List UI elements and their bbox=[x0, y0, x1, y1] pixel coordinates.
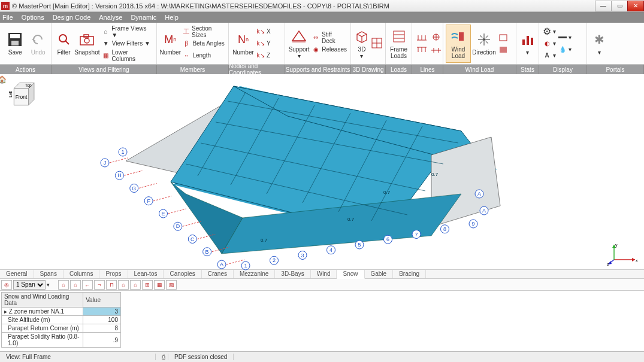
tab-cranes[interactable]: Cranes bbox=[202, 270, 234, 278]
tab-canopies[interactable]: Canopies bbox=[164, 270, 201, 278]
minimize-button[interactable]: — bbox=[595, 1, 612, 11]
lines-btn4[interactable] bbox=[430, 45, 442, 56]
window-title: © MasterPort [Main Editor] : Version 201… bbox=[12, 2, 595, 10]
lines-btn1[interactable] bbox=[416, 32, 428, 42]
tb2[interactable]: ⌂ bbox=[70, 280, 81, 290]
svg-text:8: 8 bbox=[443, 226, 446, 232]
tb4[interactable]: ¬ bbox=[94, 280, 105, 290]
tb5[interactable]: ⊓ bbox=[106, 280, 117, 290]
stats-button[interactable]: ▾ bbox=[519, 25, 536, 63]
node-number-button[interactable]: Nn Number bbox=[231, 25, 255, 63]
text-button[interactable]: A▾ bbox=[543, 50, 556, 61]
coord-x-button[interactable]: k↘X bbox=[256, 26, 271, 37]
snowflake-icon: ✱ bbox=[591, 31, 607, 48]
tab-bracing[interactable]: Bracing bbox=[393, 270, 426, 278]
menu-file[interactable]: File bbox=[2, 14, 13, 21]
settings-button[interactable]: ⚙▾ bbox=[543, 26, 556, 37]
beta-icon: β bbox=[182, 39, 191, 48]
beta-angles-button[interactable]: βBeta Angles bbox=[182, 38, 225, 49]
3d-button[interactable]: 3D▾ bbox=[353, 25, 370, 63]
lines-btn3[interactable] bbox=[430, 32, 442, 42]
filter-button[interactable]: Filter bbox=[54, 25, 74, 63]
m-icon: Mn bbox=[162, 31, 179, 48]
tb10[interactable]: ▧ bbox=[166, 280, 177, 290]
section-sizes-button[interactable]: 工Section Sizes bbox=[182, 26, 225, 37]
tab-props[interactable]: Props bbox=[99, 270, 128, 278]
status-bar: View: Full Frame ⎙ PDF session closed bbox=[0, 351, 644, 362]
viewport-3d[interactable]: 🏠 Front Left Top bbox=[0, 74, 644, 269]
support-button[interactable]: Support ▾ bbox=[288, 25, 310, 63]
funnel-icon: ▼ bbox=[102, 39, 110, 48]
svg-text:G: G bbox=[132, 185, 136, 191]
tb8[interactable]: ⊞ bbox=[142, 280, 153, 290]
wind-load-button[interactable]: Wind Load bbox=[446, 25, 471, 63]
direction-button[interactable]: Direction bbox=[471, 25, 497, 63]
tab-snow[interactable]: Snow bbox=[337, 270, 364, 279]
save-icon bbox=[7, 31, 23, 48]
tab-leantos[interactable]: Lean-tos bbox=[128, 270, 164, 278]
maximize-button[interactable]: ▭ bbox=[611, 1, 628, 11]
lines-btn2[interactable] bbox=[416, 45, 428, 56]
coord-y-button[interactable]: k↘Y bbox=[256, 38, 271, 49]
svg-text:0.7: 0.7 bbox=[261, 238, 268, 243]
close-button[interactable]: ✕ bbox=[627, 1, 644, 11]
menu-analyse[interactable]: Analyse bbox=[99, 14, 122, 21]
length-icon: ↔ bbox=[182, 51, 191, 60]
tb6[interactable]: ⌂ bbox=[118, 280, 129, 290]
stiff-deck-button[interactable]: ⇔Stiff Deck bbox=[312, 32, 347, 43]
color-button[interactable]: 💧▾ bbox=[558, 44, 572, 55]
svg-rect-37 bbox=[531, 38, 533, 45]
tb7[interactable]: ⌂ bbox=[130, 280, 141, 290]
portals-button[interactable]: ✱ ▾ bbox=[589, 25, 609, 63]
frame-loads-button[interactable]: Frame Loads bbox=[388, 25, 409, 63]
prop-header-value: Value bbox=[83, 293, 121, 308]
theme-button[interactable]: ◐▾ bbox=[543, 38, 556, 49]
wind-btn2[interactable] bbox=[498, 44, 508, 55]
ribbon-group-3d: 3D▾ bbox=[351, 23, 386, 64]
line-style-button[interactable]: ▾ bbox=[558, 32, 572, 43]
release-icon: ◉ bbox=[312, 45, 320, 54]
menu-options[interactable]: Options bbox=[22, 14, 44, 21]
frame-views-button[interactable]: ⌂Frame Views ▼ bbox=[102, 26, 153, 37]
releases-button[interactable]: ◉Releases bbox=[312, 44, 347, 55]
columns-icon: ▦ bbox=[102, 51, 110, 60]
tab-columns[interactable]: Columns bbox=[64, 270, 99, 278]
member-number-button[interactable]: Mn Number bbox=[159, 25, 181, 63]
tab-spans[interactable]: Spans bbox=[34, 270, 64, 278]
menu-help[interactable]: Help bbox=[165, 14, 179, 21]
tb1[interactable]: ⌂ bbox=[58, 280, 69, 290]
status-pdf: PDF session closed bbox=[168, 354, 234, 360]
view-filters-button[interactable]: ▼View Filters ▼ bbox=[102, 38, 153, 49]
prop-row-parapet-corner[interactable]: Parapet Return Corner (m)8 bbox=[2, 324, 121, 333]
save-button[interactable]: Save bbox=[2, 25, 28, 63]
lower-columns-button[interactable]: ▦Lower Columns bbox=[102, 50, 153, 61]
tb3[interactable]: ⌐ bbox=[82, 280, 93, 290]
length-button[interactable]: ↔Length bbox=[182, 50, 225, 61]
cube-icon bbox=[353, 28, 370, 45]
menu-dynamic[interactable]: Dynamic bbox=[131, 14, 156, 21]
tab-gable[interactable]: Gable bbox=[365, 270, 394, 278]
isection-icon: 工 bbox=[182, 28, 190, 36]
prop-row-parapet-solidity[interactable]: Parapet Solidity Ratio (0.8-1.0).9 bbox=[2, 333, 121, 348]
prop-row-altitude[interactable]: Site Altitude (m)100 bbox=[2, 316, 121, 324]
svg-line-68 bbox=[124, 171, 142, 175]
tab-mezzanine[interactable]: Mezzanine bbox=[234, 270, 275, 278]
svg-line-74 bbox=[153, 196, 171, 201]
target-button[interactable]: ◎ bbox=[1, 280, 12, 290]
prop-row-zone[interactable]: ▸ Z zone number NA.13 bbox=[2, 308, 121, 316]
property-grid[interactable]: Snow and Wind Loading DataValue ▸ Z zone… bbox=[1, 292, 121, 348]
undo-button[interactable]: Undo bbox=[28, 25, 49, 63]
3d-alt-button[interactable] bbox=[370, 25, 383, 63]
tb9[interactable]: ▦ bbox=[154, 280, 165, 290]
wind-btn1[interactable] bbox=[498, 32, 508, 43]
svg-marker-119 bbox=[632, 258, 635, 261]
menu-design-code[interactable]: Design Code bbox=[53, 14, 91, 21]
tab-general[interactable]: General bbox=[0, 270, 34, 278]
svg-line-77 bbox=[168, 209, 186, 214]
snapshot-button[interactable]: Snapshot bbox=[74, 25, 101, 63]
svg-text:A: A bbox=[477, 191, 481, 197]
span-select[interactable]: 1 Span bbox=[13, 280, 46, 290]
tab-3dbays[interactable]: 3D-Bays bbox=[275, 270, 310, 278]
coord-z-button[interactable]: k↘Z bbox=[256, 50, 271, 61]
tab-wind[interactable]: Wind bbox=[311, 270, 337, 278]
